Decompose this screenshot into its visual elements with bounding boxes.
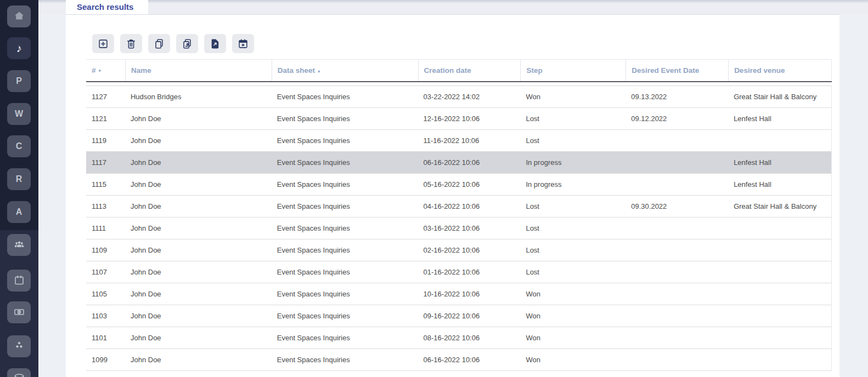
cell-id: 1115 — [86, 174, 125, 195]
cell-id: 1119 — [86, 130, 125, 151]
sidebar-item-home[interactable] — [7, 5, 31, 27]
banknote-icon — [13, 305, 26, 320]
table-row[interactable]: 1119John DoeEvent Spaces Inquiries11-16-… — [86, 130, 831, 152]
music-note-icon: ♪ — [16, 43, 22, 54]
table-row[interactable]: 1099John DoeEvent Spaces Inquiries06-16-… — [86, 349, 831, 371]
sidebar-item-music[interactable]: ♪ — [7, 37, 31, 59]
sidebar-item-packages[interactable] — [7, 335, 31, 357]
column-header-label: Desired venue — [734, 66, 785, 75]
cell-step: Won — [520, 305, 625, 327]
cell-step: Lost — [520, 130, 625, 151]
column-header-id[interactable]: #▾ — [86, 60, 125, 81]
table-row[interactable]: 1115John DoeEvent Spaces Inquiries05-16-… — [86, 174, 831, 196]
sidebar-item-c[interactable]: C — [7, 135, 31, 157]
cell-data_sheet: Event Spaces Inquiries — [272, 130, 418, 151]
column-header-data_sheet[interactable]: Data sheet▴ — [272, 60, 418, 81]
sidebar-letter-label: A — [16, 207, 22, 217]
column-header-desired_venue[interactable]: Desired venue — [728, 60, 831, 81]
table-row[interactable]: 1111John DoeEvent Spaces Inquiries03-16-… — [86, 218, 831, 239]
cell-data_sheet: Event Spaces Inquiries — [272, 327, 418, 349]
table-row[interactable]: 1109John DoeEvent Spaces Inquiries02-16-… — [86, 239, 831, 261]
cell-desired_venue: Great Stair Hall & Balcony — [728, 86, 831, 107]
table-row[interactable]: 1121John DoeEvent Spaces Inquiries12-16-… — [86, 108, 831, 130]
cell-name: John Doe — [125, 261, 272, 283]
cell-creation_date: 05-16-2022 10:06 — [418, 174, 521, 195]
cell-name: John Doe — [125, 196, 272, 217]
column-header-step[interactable]: Step — [520, 60, 625, 81]
cell-step: In progress — [520, 152, 625, 173]
column-header-label: Data sheet — [278, 66, 315, 75]
table-row[interactable]: 1103John DoeEvent Spaces Inquiries09-16-… — [86, 305, 831, 327]
add-event-button[interactable] — [232, 34, 254, 53]
table-header-row: #▾NameData sheet▴Creation dateStepDesire… — [86, 59, 832, 81]
cell-name: John Doe — [125, 130, 272, 151]
cell-desired_venue — [728, 327, 831, 349]
cell-desired_venue — [728, 130, 831, 151]
users-icon — [13, 238, 26, 253]
cell-step: Won — [520, 86, 625, 107]
cell-creation_date: 04-16-2022 10:06 — [418, 196, 521, 217]
cell-desired_venue — [728, 305, 831, 327]
sidebar-item-database[interactable] — [7, 368, 31, 377]
cell-creation_date: 10-16-2022 10:06 — [418, 283, 521, 305]
cell-desired_venue — [728, 218, 831, 239]
table-row[interactable]: 1113John DoeEvent Spaces Inquiries04-16-… — [86, 196, 831, 218]
cell-step: Lost — [520, 261, 625, 283]
cell-desired_venue — [728, 349, 831, 370]
cell-id: 1111 — [86, 218, 125, 239]
cell-name: John Doe — [125, 305, 272, 327]
sidebar-item-p[interactable]: P — [7, 70, 31, 92]
app-window: ♪PWCRA Search results #▾NameData sheet▴C… — [0, 0, 868, 377]
copy-button[interactable] — [148, 34, 170, 53]
toolbar — [92, 34, 254, 53]
cell-desired_event_date — [625, 283, 728, 305]
table-row[interactable]: 1105John DoeEvent Spaces Inquiries10-16-… — [86, 283, 831, 305]
cell-id: 1099 — [86, 349, 125, 370]
table-row[interactable]: 1107John DoeEvent Spaces Inquiries01-16-… — [86, 261, 831, 283]
cell-creation_date: 02-16-2022 10:06 — [418, 239, 521, 261]
sidebar-item-a[interactable]: A — [7, 201, 31, 223]
cell-desired_event_date: 09.12.2022 — [625, 108, 728, 129]
cell-creation_date: 08-16-2022 10:06 — [418, 327, 521, 349]
add-button[interactable] — [92, 34, 114, 53]
sidebar-item-users[interactable] — [7, 234, 31, 256]
column-header-label: Name — [131, 66, 151, 75]
sidebar-letter-label: R — [16, 174, 22, 184]
sidebar-item-r[interactable]: R — [7, 168, 31, 190]
sidebar-item-w[interactable]: W — [7, 103, 31, 125]
column-header-name[interactable]: Name — [125, 60, 272, 81]
cell-creation_date: 03-16-2022 10:06 — [418, 218, 521, 239]
export-button[interactable] — [204, 34, 226, 53]
cell-id: 1113 — [86, 196, 125, 217]
cell-name: John Doe — [125, 283, 272, 305]
database-icon — [13, 372, 26, 377]
table-row[interactable]: 1127Hudson BridgesEvent Spaces Inquiries… — [86, 86, 831, 108]
table-row[interactable]: 1117John DoeEvent Spaces Inquiries06-16-… — [86, 152, 831, 174]
cell-data_sheet: Event Spaces Inquiries — [272, 239, 418, 261]
export-file-icon — [209, 38, 221, 50]
duplicate-button[interactable] — [176, 34, 198, 53]
column-header-creation_date[interactable]: Creation date — [418, 60, 521, 81]
cell-name: John Doe — [125, 239, 272, 261]
cell-desired_venue: Great Stair Hall & Balcony — [728, 196, 831, 217]
cell-data_sheet: Event Spaces Inquiries — [272, 218, 418, 239]
cell-creation_date: 12-16-2022 10:06 — [418, 108, 521, 129]
delete-button[interactable] — [120, 34, 142, 53]
calendar-icon — [13, 273, 26, 288]
table-row[interactable]: 1101John DoeEvent Spaces Inquiries08-16-… — [86, 327, 831, 349]
top-band — [38, 0, 868, 15]
cell-creation_date: 09-16-2022 10:06 — [418, 305, 521, 327]
column-header-desired_event_date[interactable]: Desired Event Date — [625, 60, 728, 81]
sidebar-item-calendar[interactable] — [7, 270, 31, 292]
cell-desired_venue — [728, 283, 831, 305]
column-header-label: Creation date — [424, 66, 471, 75]
cell-name: John Doe — [125, 108, 272, 129]
cell-name: John Doe — [125, 218, 272, 239]
cell-creation_date: 11-16-2022 10:06 — [418, 130, 521, 151]
cell-creation_date: 06-16-2022 10:06 — [418, 152, 521, 173]
cell-desired_event_date — [625, 261, 728, 283]
sidebar-item-payments[interactable] — [7, 301, 31, 323]
cell-step: Lost — [520, 218, 625, 239]
column-header-label: Desired Event Date — [632, 66, 699, 75]
cell-name: Hudson Bridges — [125, 86, 272, 107]
